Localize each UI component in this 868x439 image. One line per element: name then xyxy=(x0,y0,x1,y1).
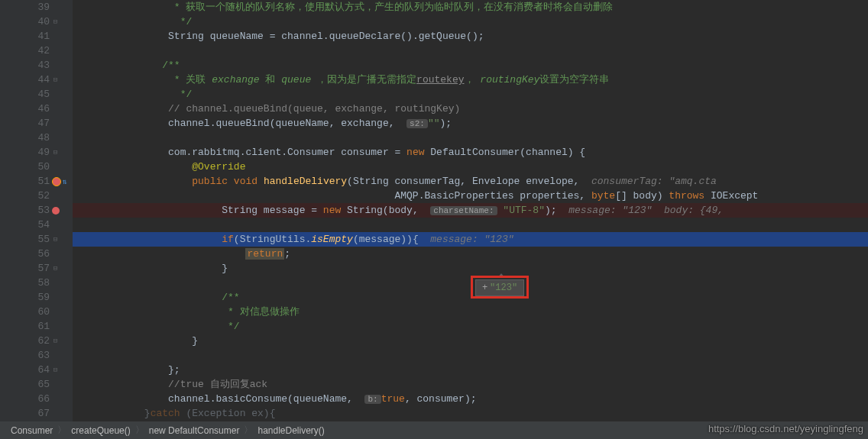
line-number: 52 xyxy=(27,189,50,203)
code-line[interactable]: //true 自动回复ack xyxy=(73,377,868,392)
line-number: 58 xyxy=(27,276,50,290)
breadcrumb-item[interactable]: createQueue() xyxy=(68,425,133,436)
line-number: 53 xyxy=(27,203,50,218)
gutter: 39 40 41 42 43 44 45 46 47 48 49 50 51 5… xyxy=(0,0,73,421)
code-line[interactable]: // channel.queueBind(queue, exchange, ro… xyxy=(73,102,868,116)
breakpoint-icon[interactable] xyxy=(52,207,60,215)
override-icon: ⇅ xyxy=(63,177,67,186)
line-number: 62 xyxy=(27,334,50,348)
fold-icon[interactable]: ⊟ xyxy=(52,18,59,25)
line-number: 42 xyxy=(27,44,50,58)
chevron-right-icon: 〉 xyxy=(57,424,66,437)
line-number: 65 xyxy=(27,377,50,392)
code-line[interactable] xyxy=(73,348,868,363)
code-line[interactable]: }catch (Exception ex){ xyxy=(73,406,868,421)
line-number: 64 xyxy=(27,363,50,377)
tooltip-content[interactable]: + "123" xyxy=(475,279,524,296)
line-number: 57 xyxy=(27,261,50,276)
code-line[interactable]: channel.basicConsume(queueName, b:true, … xyxy=(73,392,868,406)
line-number: 59 xyxy=(27,290,50,305)
line-number: 49 xyxy=(27,145,50,160)
breadcrumb-item[interactable]: handleDelivery() xyxy=(254,425,327,436)
code-line[interactable]: com.rabbitmq.client.Consumer consumer = … xyxy=(73,145,868,160)
code-line[interactable]: @Override xyxy=(73,160,868,174)
code-line[interactable] xyxy=(73,131,868,145)
code-editor[interactable]: 39 40 41 42 43 44 45 46 47 48 49 50 51 5… xyxy=(0,0,868,421)
fold-icon[interactable]: ⊟ xyxy=(52,366,59,373)
code-line[interactable]: return; xyxy=(73,247,868,261)
fold-icon[interactable]: ⊟ xyxy=(52,265,59,272)
plus-icon: + xyxy=(482,282,487,293)
code-line[interactable]: /** xyxy=(73,58,868,73)
code-line[interactable]: if(StringUtils.isEmpty(message)){ messag… xyxy=(73,232,868,247)
gutter-markers: ⊟ ⊟ ⊟ ⇅ ⊟ ⊟ ⊟ ⊟ xyxy=(50,0,73,421)
code-line[interactable]: channel.queueBind(queueName, exchange, s… xyxy=(73,116,868,131)
line-number: 41 xyxy=(27,29,50,44)
line-number: 63 xyxy=(27,348,50,363)
code-line[interactable]: } xyxy=(73,261,868,276)
line-number: 48 xyxy=(27,131,50,145)
code-line[interactable]: String queueName = channel.queueDeclare(… xyxy=(73,29,868,44)
line-number: 67 xyxy=(27,406,50,421)
fold-icon[interactable]: ⊟ xyxy=(52,149,59,156)
debug-value-tooltip[interactable]: + "123" xyxy=(471,276,529,299)
code-line[interactable] xyxy=(73,218,868,232)
line-number: 60 xyxy=(27,305,50,319)
line-number: 55 xyxy=(27,232,50,247)
line-number: 43 xyxy=(27,58,50,73)
line-number: 46 xyxy=(27,102,50,116)
code-line[interactable]: * 关联 exchange 和 queue ，因为是广播无需指定routekey… xyxy=(73,73,868,87)
line-number: 56 xyxy=(27,247,50,261)
code-line[interactable]: }; xyxy=(73,363,868,377)
watermark: https://blog.csdn.net/yeyinglingfeng xyxy=(708,423,863,434)
code-line[interactable]: * 对信息做操作 xyxy=(73,305,868,319)
line-number: 45 xyxy=(27,87,50,102)
code-line[interactable]: * 获取一个随机的队列名称，使用默认方式，产生的队列为临时队列，在没有消费者时将… xyxy=(73,0,868,15)
code-line[interactable]: public void handleDelivery(String consum… xyxy=(73,174,868,189)
line-number: 51 xyxy=(27,174,50,189)
fold-icon[interactable]: ⊟ xyxy=(52,337,59,344)
line-number: 47 xyxy=(27,116,50,131)
line-number: 44 xyxy=(27,73,50,87)
line-number: 61 xyxy=(27,319,50,334)
code-line[interactable]: AMQP.BasicProperties properties, byte[] … xyxy=(73,189,868,203)
line-number: 40 xyxy=(27,15,50,29)
line-number: 39 xyxy=(27,0,50,15)
code-area[interactable]: * 获取一个随机的队列名称，使用默认方式，产生的队列为临时队列，在没有消费者时将… xyxy=(73,0,868,421)
line-number: 66 xyxy=(27,392,50,406)
code-line[interactable]: */ xyxy=(73,15,868,29)
line-number: 50 xyxy=(27,160,50,174)
line-numbers: 39 40 41 42 43 44 45 46 47 48 49 50 51 5… xyxy=(27,0,50,421)
line-number: 54 xyxy=(27,218,50,232)
code-line[interactable]: } xyxy=(73,334,868,348)
code-line[interactable] xyxy=(73,44,868,58)
fold-icon[interactable]: ⊟ xyxy=(52,236,59,243)
chevron-right-icon: 〉 xyxy=(244,424,253,437)
code-line[interactable]: String message = new String(body, charse… xyxy=(73,203,868,218)
code-line[interactable]: */ xyxy=(73,87,868,102)
code-line[interactable]: */ xyxy=(73,319,868,334)
chevron-right-icon: 〉 xyxy=(135,424,144,437)
breadcrumb-item[interactable]: Consumer xyxy=(8,425,56,436)
breadcrumb-item[interactable]: new DefaultConsumer xyxy=(146,425,243,436)
tooltip-value: "123" xyxy=(490,282,517,293)
fold-icon[interactable]: ⊟ xyxy=(52,76,59,83)
breakpoint-suspend-icon[interactable] xyxy=(52,177,61,186)
